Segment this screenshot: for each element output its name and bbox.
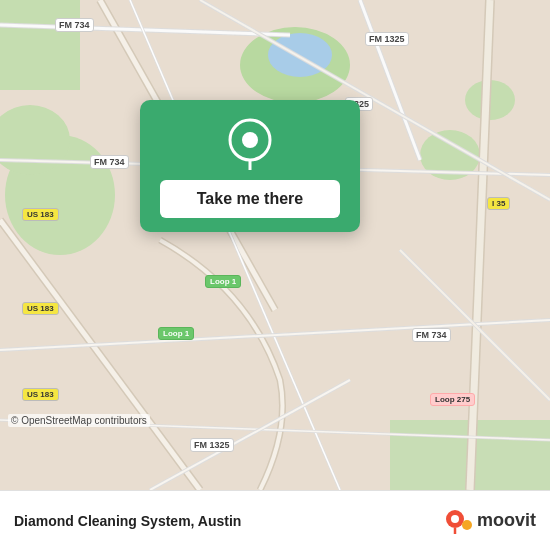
road-badge-fm734-3: FM 734 — [412, 328, 451, 342]
copyright-notice: © OpenStreetMap contributors — [8, 414, 150, 427]
road-badge-loop1-2: Loop 1 — [158, 327, 194, 340]
bottom-bar: Diamond Cleaning System, Austin moovit — [0, 490, 550, 550]
road-badge-us183-2: US 183 — [22, 302, 59, 315]
svg-point-34 — [242, 132, 258, 148]
road-badge-us183-3: US 183 — [22, 388, 59, 401]
take-me-there-button[interactable]: Take me there — [160, 180, 340, 218]
road-badge-i35: I 35 — [487, 197, 510, 210]
moovit-pin-icon — [445, 507, 473, 535]
svg-point-37 — [462, 520, 472, 530]
business-info: Diamond Cleaning System, Austin — [14, 513, 241, 529]
moovit-logo: moovit — [445, 507, 536, 535]
road-badge-loop275: Loop 275 — [430, 393, 475, 406]
location-pin-icon — [224, 118, 276, 170]
location-card: Take me there — [140, 100, 360, 232]
moovit-text: moovit — [477, 510, 536, 531]
business-name: Diamond Cleaning System, Austin — [14, 513, 241, 529]
road-badge-fm734-2: FM 734 — [90, 155, 129, 169]
road-badge-fm734-1: FM 734 — [55, 18, 94, 32]
road-badge-fm1325-2: FM 1325 — [190, 438, 234, 452]
svg-rect-4 — [0, 0, 80, 90]
map-container: FM 734 FM 734 FM 1325 1325 US 183 US 183… — [0, 0, 550, 490]
svg-point-36 — [451, 515, 459, 523]
road-badge-us183-1: US 183 — [22, 208, 59, 221]
road-badge-loop1-1: Loop 1 — [205, 275, 241, 288]
road-badge-fm1325-1: FM 1325 — [365, 32, 409, 46]
